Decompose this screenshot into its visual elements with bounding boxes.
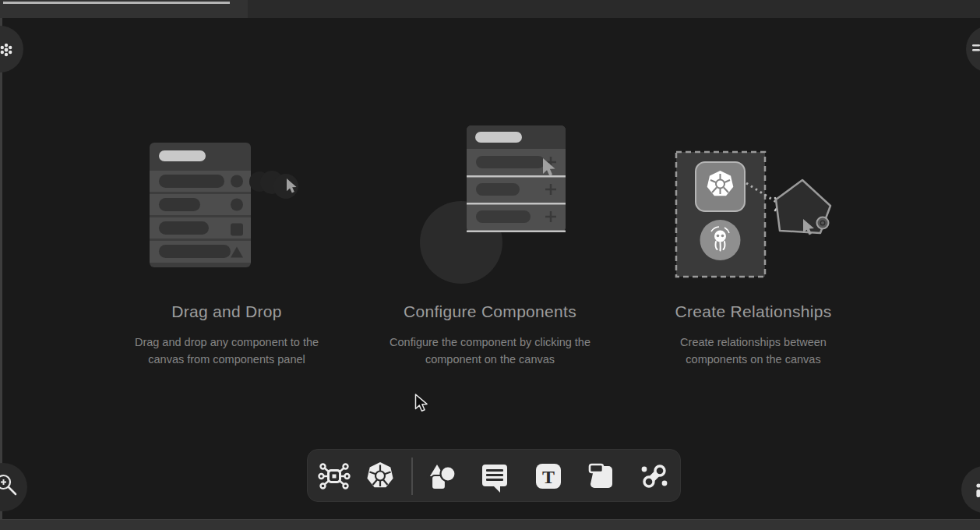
info-icon [975,483,980,497]
media-icon[interactable] [585,459,619,493]
components-panel-graphic [150,143,313,275]
card-description: Drag and drop any component to the canva… [121,334,333,369]
window-bottom-bar [0,519,980,530]
flower-menu-icon [0,43,13,57]
flower-menu-button[interactable] [0,26,23,72]
drag-drop-illustration [95,117,358,298]
component-mesh-icon[interactable] [317,459,351,493]
card-title: Drag and Drop [95,302,358,321]
canvas-app: { "onboarding": { "cards": [ { "title": … [0,0,980,530]
configure-illustration [358,117,622,298]
card-title: Create Relationships [622,302,885,321]
relationships-illustration [622,117,885,298]
card-drag-and-drop: Drag and Drop Drag and drop any componen… [95,117,358,369]
panel-toggle-icon [972,44,980,55]
kubernetes-icon[interactable] [363,459,397,493]
left-drawer-edge[interactable] [0,18,2,519]
kubernetes-node-icon [696,162,745,211]
active-tab-region[interactable] [0,0,248,18]
shapes-icon[interactable] [425,459,459,493]
tool-dock: T [307,449,681,502]
dock-divider [411,458,413,495]
comment-icon[interactable] [477,459,511,493]
card-title: Configure Components [358,302,622,321]
zoom-in-button[interactable] [0,463,27,511]
squid-node-icon [700,220,741,260]
card-description: Configure the component by clicking the … [373,334,607,369]
mouse-cursor [414,394,430,414]
relationship-graphic [674,143,853,287]
info-button[interactable] [961,466,980,513]
zoom-in-icon [0,473,19,498]
text-tool-icon[interactable]: T [531,459,566,493]
card-configure-components: Configure Components Configure the compo… [358,117,622,369]
right-panel-toggle-button[interactable] [966,26,980,72]
config-panel-graphic [418,125,574,285]
onboarding-cards: Drag and Drop Drag and drop any componen… [95,117,885,369]
tab-indicator [3,2,230,4]
card-description: Create relationships between components … [669,334,837,369]
card-create-relationships: Create Relationships Create relationship… [622,117,885,369]
relationship-link-icon[interactable] [637,459,672,493]
svg-text:T: T [542,467,555,487]
window-top-bar [0,0,980,18]
